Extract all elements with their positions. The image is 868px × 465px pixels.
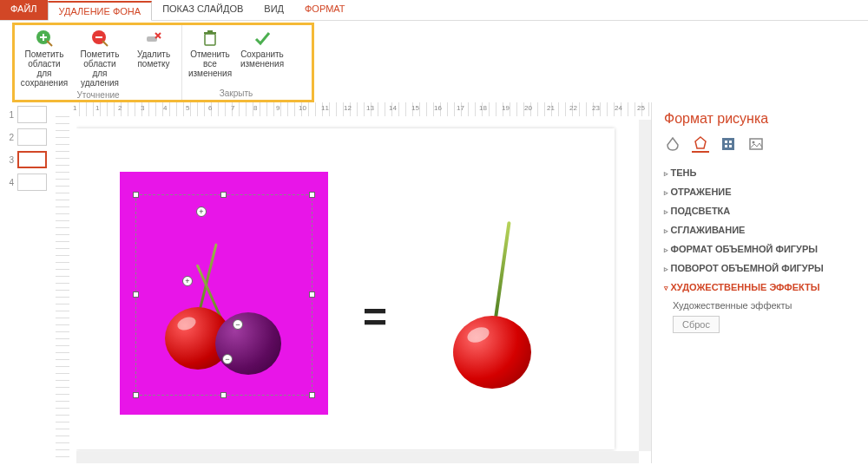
ruler-mark: 21 [547, 104, 555, 112]
vertical-ruler [56, 116, 69, 463]
ruler-mark: 1 [95, 104, 99, 112]
ruler-mark: 8 [253, 104, 257, 112]
svg-rect-12 [729, 141, 732, 143]
resize-handle[interactable] [133, 192, 139, 198]
ruler-mark: 13 [366, 104, 374, 112]
pane-title: Формат рисунка [664, 111, 856, 127]
slide-canvas[interactable]: + + − − = [76, 128, 615, 449]
accordion-body: Художественные эффектыСброс [664, 297, 856, 340]
mark-areas-keep-button[interactable]: Пометить областидля сохранения [16, 27, 72, 89]
label: Сохранить [240, 49, 284, 59]
label: Пометить области [81, 49, 120, 69]
label: Удалить [137, 49, 170, 59]
ruler-mark: 22 [569, 104, 577, 112]
svg-rect-13 [725, 145, 727, 147]
label: изменения [188, 69, 232, 78]
ruler-mark: 14 [389, 104, 397, 112]
accordion-item[interactable]: ФОРМАТ ОБЪЕМНОЙ ФИГУРЫ [664, 239, 856, 259]
resize-handle[interactable] [309, 392, 315, 398]
ruler-mark: 18 [479, 104, 487, 112]
tab-view[interactable]: ВИД [253, 0, 294, 20]
ruler-mark: 25 [637, 104, 645, 112]
vertical-scrollbar[interactable] [639, 120, 651, 451]
svg-rect-10 [722, 138, 734, 150]
effects-icon[interactable] [692, 135, 709, 153]
workspace: 1234 11234567891011121314151617181920212… [0, 102, 868, 463]
resize-handle[interactable] [220, 392, 227, 398]
slide-thumbnails: 1234 [0, 102, 56, 463]
artistic-effects-label: Художественные эффекты [673, 300, 856, 311]
ruler-mark: 7 [231, 104, 234, 112]
cherry-fruit [453, 316, 531, 389]
ruler-mark: 10 [299, 104, 306, 112]
group-label-close: Закрыть [220, 88, 253, 99]
accordion-item[interactable]: СГЛАЖИВАНИЕ [664, 220, 856, 239]
accordion-item[interactable]: ПОДСВЕТКА [664, 201, 856, 220]
svg-rect-2 [43, 34, 44, 41]
effects-accordion: ТЕНЬОТРАЖЕНИЕПОДСВЕТКАСГЛАЖИВАНИЕФОРМАТ … [664, 163, 856, 340]
label: Пометить области [25, 49, 64, 69]
horizontal-ruler: 1123456789101112131415161718192021222324… [73, 102, 651, 116]
mark-areas-remove-button[interactable]: Пометить областидля удаления [72, 27, 128, 89]
ruler-mark: 2 [118, 104, 122, 112]
resize-handle[interactable] [133, 291, 139, 298]
accordion-item[interactable]: ТЕНЬ [664, 163, 856, 182]
tab-slideshow[interactable]: ПОКАЗ СЛАЙДОВ [152, 0, 253, 20]
eraser-x-icon [145, 29, 162, 48]
pane-category-icons [664, 135, 856, 153]
slide-thumbnail-3[interactable]: 3 [5, 151, 50, 168]
checkmark-icon [253, 29, 271, 48]
ruler-mark: 6 [208, 104, 212, 112]
svg-point-16 [753, 141, 755, 144]
equals-sign: = [363, 293, 387, 341]
ribbon-tabs: ФАЙЛ УДАЛЕНИЕ ФОНА ПОКАЗ СЛАЙДОВ ВИД ФОР… [0, 0, 868, 21]
ruler-mark: 24 [615, 104, 622, 112]
fill-line-icon[interactable] [664, 135, 681, 153]
keep-changes-button[interactable]: Сохранитьизменения [236, 27, 288, 80]
svg-marker-9 [695, 137, 706, 148]
canvas-viewport: + + − − = [76, 120, 646, 463]
label: Отменить все [190, 49, 230, 69]
size-properties-icon[interactable] [720, 135, 737, 153]
resize-handle[interactable] [220, 192, 227, 198]
ruler-mark: 4 [163, 104, 167, 112]
selection-box[interactable] [135, 194, 312, 396]
ruler-mark: 23 [592, 104, 600, 112]
horizontal-scrollbar[interactable] [76, 451, 639, 463]
label: изменения [240, 59, 284, 69]
ruler-mark: 16 [434, 104, 442, 112]
label: пометку [137, 59, 169, 69]
ruler-mark: 3 [141, 104, 144, 112]
reset-button[interactable]: Сброс [673, 316, 720, 333]
ruler-mark: 12 [344, 104, 352, 112]
ruler-mark: 20 [524, 104, 532, 112]
ruler-mark: 1 [73, 104, 76, 112]
svg-rect-4 [95, 36, 102, 38]
ribbon-highlight: Пометить областидля сохранения Пометить … [12, 23, 314, 102]
picture-icon[interactable] [747, 135, 765, 153]
slide-thumbnail-1[interactable]: 1 [5, 106, 50, 123]
accordion-item[interactable]: ОТРАЖЕНИЕ [664, 182, 856, 201]
delete-mark-button[interactable]: Удалитьпометку [128, 27, 180, 89]
tab-file[interactable]: ФАЙЛ [0, 0, 48, 20]
cherry-stem [493, 221, 511, 324]
resize-handle[interactable] [309, 192, 315, 198]
edit-area: 1123456789101112131415161718192021222324… [56, 102, 651, 463]
accordion-item[interactable]: ХУДОЖЕСТВЕННЫЕ ЭФФЕКТЫ [664, 278, 856, 297]
slide-thumbnail-2[interactable]: 2 [5, 128, 50, 146]
svg-rect-8 [207, 30, 213, 32]
ruler-mark: 5 [186, 104, 189, 112]
svg-rect-14 [729, 145, 732, 147]
tab-format[interactable]: ФОРМАТ [294, 0, 356, 20]
accordion-item[interactable]: ПОВОРОТ ОБЪЕМНОЙ ФИГУРЫ [664, 259, 856, 278]
tab-background-removal[interactable]: УДАЛЕНИЕ ФОНА [48, 1, 153, 21]
resize-handle[interactable] [309, 291, 315, 298]
result-cherry-image [441, 215, 545, 389]
resize-handle[interactable] [133, 392, 139, 398]
ruler-mark: 15 [411, 104, 419, 112]
slide-thumbnail-4[interactable]: 4 [5, 174, 50, 191]
ruler-mark: 11 [321, 104, 329, 112]
discard-changes-button[interactable]: Отменить всеизменения [184, 27, 236, 80]
svg-rect-11 [725, 141, 727, 143]
format-picture-pane: Формат рисунка ТЕНЬОТРАЖЕНИЕПОДСВЕТКАСГЛ… [651, 102, 868, 463]
